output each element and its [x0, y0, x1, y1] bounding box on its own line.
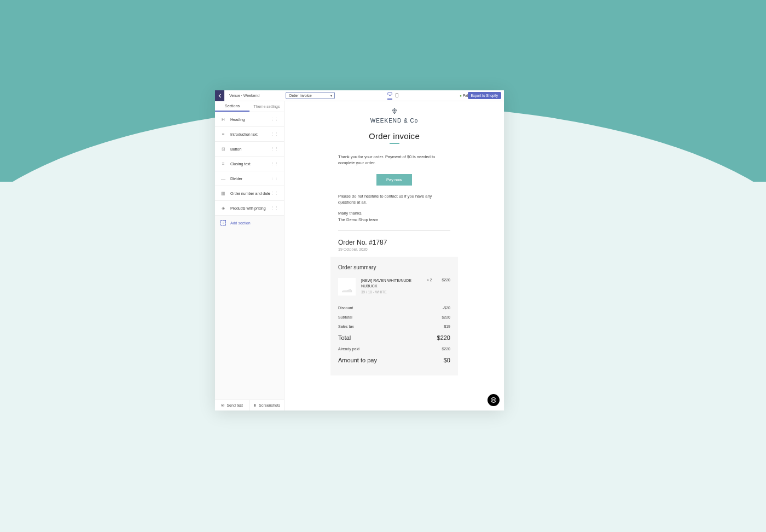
intro-text: Thank you for your order. Payment of $0 …	[338, 154, 450, 166]
product-variant: 39 / 10 - WHITE	[361, 290, 421, 294]
section-label: Products with pricing	[230, 206, 271, 210]
template-selector[interactable]: Order invoice	[286, 92, 335, 99]
add-section-button[interactable]: + Add section	[215, 216, 284, 230]
tag-icon: ◈	[220, 205, 226, 211]
product-qty: × 2	[426, 278, 432, 296]
breadcrumb: Venue · Weekend	[224, 94, 285, 97]
section-label: Introduction text	[230, 132, 271, 136]
calendar-icon: ▦	[220, 190, 226, 196]
svg-rect-2	[396, 93, 398, 97]
diamond-icon	[390, 108, 399, 115]
product-price: $220	[442, 278, 450, 296]
send-test-button[interactable]: ✉ Send test	[215, 400, 250, 410]
totals-row: Sales tax$19	[338, 322, 450, 331]
already-paid-row: Already paid $220	[338, 344, 450, 354]
topbar: Venue · Weekend Order invoice Paid Expor…	[215, 90, 504, 101]
order-number: Order No. #1787	[338, 239, 450, 246]
summary-title: Order summary	[338, 264, 450, 270]
device-toggle	[387, 92, 398, 100]
section-label: Button	[230, 147, 271, 151]
section-item[interactable]: ⊡Button⋮⋮	[215, 142, 284, 157]
help-fab[interactable]	[488, 394, 500, 406]
sidebar: Sections Theme settings HHeading⋮⋮≡Intro…	[215, 101, 285, 410]
sidebar-footer: ✉ Send test ⬇ Screenshots	[215, 400, 284, 410]
add-section-label: Add section	[230, 221, 251, 225]
section-list: HHeading⋮⋮≡Introduction text⋮⋮⊡Button⋮⋮≡…	[215, 112, 284, 216]
section-label: Heading	[230, 118, 271, 122]
app-window: Venue · Weekend Order invoice Paid Expor…	[215, 90, 504, 410]
title-underline	[390, 143, 399, 144]
mobile-icon[interactable]	[396, 93, 398, 99]
svg-rect-0	[388, 92, 392, 95]
shoe-icon	[341, 288, 352, 293]
svg-point-4	[492, 399, 494, 401]
divider	[338, 230, 450, 231]
signoff: Many thanks, The Demo Shop team	[338, 210, 450, 223]
amount-to-pay-row: Amount to pay $0	[338, 354, 450, 367]
download-icon: ⬇	[253, 403, 257, 408]
text-icon: ≡	[220, 131, 226, 137]
export-button[interactable]: Export to Shopify	[468, 92, 502, 99]
text-icon: ≡	[220, 161, 226, 166]
brand-name: WEEKEND & Co	[338, 118, 450, 124]
section-label: Divider	[230, 177, 271, 181]
tab-theme-settings[interactable]: Theme settings	[249, 101, 284, 112]
totals-row: Discount-$20	[338, 303, 450, 313]
arrow-left-icon	[218, 94, 222, 98]
brand-logo: WEEKEND & Co	[338, 108, 450, 124]
preview-pane[interactable]: WEEKEND & Co Order invoice Thank you for…	[285, 101, 504, 410]
drag-handle-icon[interactable]: ⋮⋮	[271, 161, 278, 166]
button-icon: ⊡	[220, 146, 226, 152]
section-item[interactable]: —Divider⋮⋮	[215, 171, 284, 186]
invoice-title: Order invoice	[338, 131, 450, 141]
section-item[interactable]: HHeading⋮⋮	[215, 112, 284, 127]
closing-text: Please do not hesitate to contact us if …	[338, 193, 450, 206]
drag-handle-icon[interactable]: ⋮⋮	[271, 206, 278, 210]
svg-point-3	[491, 398, 496, 403]
section-item[interactable]: ◈Products with pricing⋮⋮	[215, 201, 284, 216]
select-value: Order invoice	[289, 94, 312, 97]
lifering-icon	[490, 397, 497, 403]
drag-handle-icon[interactable]: ⋮⋮	[271, 117, 278, 122]
drag-handle-icon[interactable]: ⋮⋮	[271, 191, 278, 195]
section-label: Closing text	[230, 162, 271, 166]
desktop-icon[interactable]	[387, 92, 392, 100]
order-date: 19 October, 2020	[338, 247, 450, 251]
section-item[interactable]: ▦Order number and date⋮⋮	[215, 186, 284, 201]
product-image	[338, 278, 356, 296]
product-name: [NEW] RAVEN WHITE/NUDE NUBUCK	[361, 278, 421, 289]
drag-handle-icon[interactable]: ⋮⋮	[271, 132, 278, 136]
drag-handle-icon[interactable]: ⋮⋮	[271, 176, 278, 181]
section-item[interactable]: ≡Introduction text⋮⋮	[215, 127, 284, 142]
screenshots-button[interactable]: ⬇ Screenshots	[250, 400, 285, 410]
invoice: WEEKEND & Co Order invoice Thank you for…	[285, 101, 504, 392]
svg-rect-1	[389, 95, 391, 96]
pay-now-button[interactable]: Pay now	[376, 174, 412, 186]
plus-icon: +	[220, 220, 226, 225]
tab-sections[interactable]: Sections	[215, 101, 249, 112]
section-label: Order number and date	[230, 192, 271, 195]
totals-row: Subtotal$220	[338, 313, 450, 322]
product-row: [NEW] RAVEN WHITE/NUDE NUBUCK 39 / 10 - …	[338, 278, 450, 296]
total-row: Total $220	[338, 331, 450, 344]
back-button[interactable]	[215, 90, 224, 101]
heading-icon: H	[220, 117, 226, 122]
divider-icon: —	[220, 176, 226, 181]
mail-icon: ✉	[221, 403, 224, 408]
drag-handle-icon[interactable]: ⋮⋮	[271, 147, 278, 151]
order-summary-card: Order summary [NEW] RAVEN WHITE/NUDE NUB…	[330, 257, 458, 375]
section-item[interactable]: ≡Closing text⋮⋮	[215, 157, 284, 171]
sidebar-tabs: Sections Theme settings	[215, 101, 284, 112]
